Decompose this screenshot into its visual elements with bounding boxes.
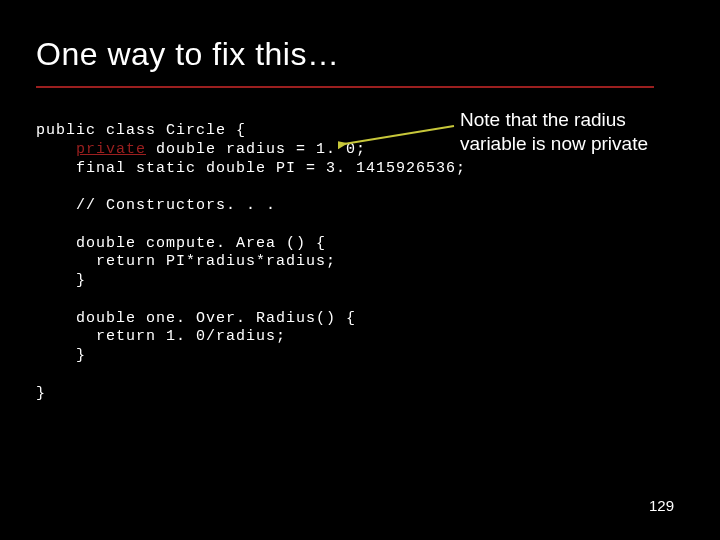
code-line: double compute. Area () { <box>36 235 326 252</box>
slide: One way to fix this… Note that the radiu… <box>0 0 720 540</box>
code-line: return 1. 0/radius; <box>36 328 286 345</box>
code-line: // Constructors. . . <box>36 197 276 214</box>
code-line: } <box>36 272 86 289</box>
title-underline <box>36 86 654 88</box>
code-line: double radius = 1. 0; <box>146 141 366 158</box>
code-line: } <box>36 347 86 364</box>
code-line: return PI*radius*radius; <box>36 253 336 270</box>
keyword-private: private <box>76 141 146 158</box>
code-line: } <box>36 385 46 402</box>
code-line: final static double PI = 3. 1415926536; <box>36 160 466 177</box>
page-number: 129 <box>649 497 674 514</box>
code-line: public class Circle { <box>36 122 246 139</box>
code-line: double one. Over. Radius() { <box>36 310 356 327</box>
annotation-text: Note that the radius variable is now pri… <box>460 108 690 156</box>
slide-title: One way to fix this… <box>36 36 339 73</box>
code-block: public class Circle { private double rad… <box>36 122 466 403</box>
